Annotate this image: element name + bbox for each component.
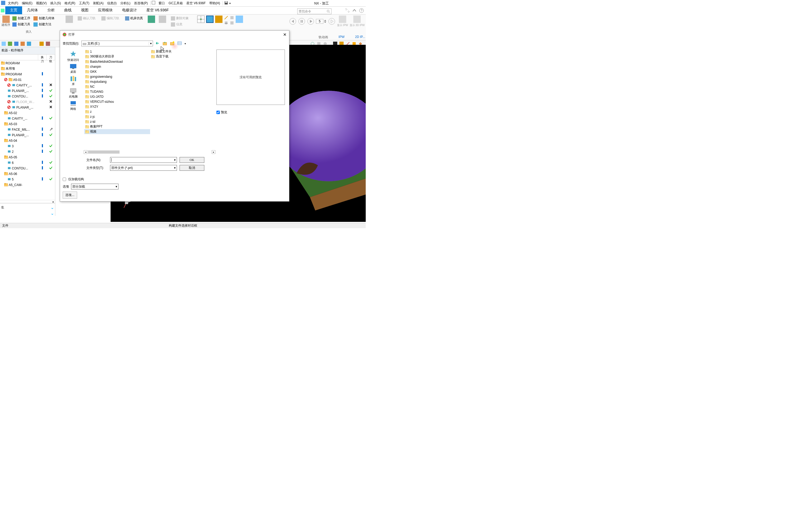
- pause-icon[interactable]: [298, 18, 305, 25]
- place-quick[interactable]: 快速访问: [67, 50, 79, 62]
- tree-row[interactable]: CAVITY_...: [0, 116, 55, 121]
- tree-row[interactable]: A5-01: [0, 77, 55, 82]
- scroll-left-icon[interactable]: ◂: [84, 150, 87, 154]
- create-tool-button[interactable]: 创建刀具: [11, 22, 31, 27]
- create-method-button[interactable]: 创建方法: [32, 22, 56, 27]
- play-icon[interactable]: [307, 18, 315, 25]
- tab-xingkong[interactable]: 星空 V6.936F: [142, 6, 174, 14]
- up-arrow-icon[interactable]: [352, 8, 357, 13]
- chevron-down-icon[interactable]: ⌄: [49, 205, 54, 210]
- tree-row[interactable]: A5-04: [0, 138, 55, 143]
- file-item[interactable]: mujutudang: [84, 79, 150, 84]
- menu-info[interactable]: 信息(I): [106, 1, 118, 6]
- tree-col-tool[interactable]: 换刀: [38, 54, 47, 60]
- tree-row[interactable]: CONTOU...: [0, 93, 55, 99]
- tree-row[interactable]: CONTOU...: [0, 165, 55, 171]
- menu-file[interactable]: 文件(F): [6, 1, 20, 6]
- menu-edit[interactable]: 编辑(E): [20, 1, 34, 6]
- file-item[interactable]: gongsiwendang: [84, 74, 150, 79]
- ok-button[interactable]: OK: [180, 157, 204, 163]
- file-item[interactable]: XYZY: [84, 104, 150, 109]
- create-op-button[interactable]: 创建工序: [11, 15, 31, 21]
- dialog-close-button[interactable]: ✕: [282, 32, 288, 37]
- file-item[interactable]: NC: [84, 84, 150, 89]
- chevron-down-icon-2[interactable]: ⌄: [49, 211, 54, 216]
- show-3d-ipw-icon[interactable]: [353, 15, 361, 23]
- tree-row[interactable]: A5-05: [0, 155, 55, 160]
- place-libs[interactable]: 库: [69, 75, 77, 86]
- file-item[interactable]: 新建文件夹: [150, 49, 216, 54]
- footer-row1[interactable]: 生: [1, 205, 4, 210]
- filetype-dropdown[interactable]: 部件文件 (*.prt) ▾: [110, 165, 177, 171]
- filetype-dropdown-icon[interactable]: ▾: [174, 166, 176, 170]
- tree-row[interactable]: 6: [0, 160, 55, 165]
- menu-insert[interactable]: 插入(S): [49, 1, 62, 6]
- spin-down-icon[interactable]: [324, 22, 327, 24]
- fullscreen-icon[interactable]: [345, 8, 350, 13]
- file-item[interactable]: 视频: [84, 129, 150, 134]
- save-icon[interactable]: [224, 1, 229, 5]
- file-list[interactable]: 1360驱动大师目录BaiduNetdiskDownloadchanpinGKK…: [84, 48, 216, 154]
- tab-elec[interactable]: 电极设计: [117, 6, 142, 14]
- stack-icon[interactable]: [224, 21, 228, 25]
- file-list-scrollbar[interactable]: ◂ ▸: [84, 150, 216, 154]
- edit-path-button[interactable]: 编辑刀轨: [100, 15, 120, 21]
- tree-row[interactable]: A5-02: [0, 110, 55, 116]
- spin-up-icon[interactable]: [324, 19, 327, 22]
- qbtn-6[interactable]: [39, 41, 44, 46]
- scroll-thumb[interactable]: [88, 151, 120, 154]
- snap-icon[interactable]: [197, 15, 204, 23]
- view-mode-icon[interactable]: [177, 41, 183, 46]
- load-mode-arrow-icon[interactable]: ▾: [115, 185, 117, 188]
- step-back-icon[interactable]: [289, 18, 296, 25]
- tree-row[interactable]: FACE_MIL...: [0, 127, 55, 132]
- file-item[interactable]: z-td: [84, 119, 150, 124]
- tree-row[interactable]: ROGRAM: [0, 60, 55, 66]
- create-program-icon[interactable]: [2, 15, 10, 23]
- create-geom-button[interactable]: 创建几何体: [32, 15, 56, 21]
- options-button[interactable]: 选项...: [63, 192, 77, 199]
- file-item[interactable]: TUDANG: [84, 89, 150, 94]
- speed-input[interactable]: [316, 19, 323, 24]
- toolpath-icon[interactable]: [65, 15, 73, 23]
- gouge-icon[interactable]: [159, 15, 166, 23]
- menu-gc[interactable]: GC工具箱: [167, 1, 184, 6]
- place-network[interactable]: 网络: [69, 100, 77, 111]
- filename-input[interactable]: ▾: [110, 157, 177, 163]
- tree-row[interactable]: PLANAR_...: [0, 104, 55, 110]
- file-item[interactable]: UG-JATD: [84, 94, 150, 99]
- ipw-2d-label[interactable]: 2D IP...: [355, 35, 365, 40]
- ipw-label[interactable]: IPW: [339, 35, 345, 40]
- file-item[interactable]: BaiduNetdiskDownload: [84, 59, 150, 64]
- menu-tools[interactable]: 工具(T): [78, 1, 91, 6]
- menu-analyze[interactable]: 分析(L): [119, 1, 132, 6]
- file-item[interactable]: 360驱动大师目录: [84, 54, 150, 59]
- tab-home[interactable]: 主页: [5, 6, 22, 14]
- tree-row[interactable]: PROGRAM: [0, 72, 55, 77]
- machine-sim-button[interactable]: 机床仿真: [124, 15, 144, 21]
- tree-col-path[interactable]: 刀轨: [47, 54, 55, 60]
- file-item[interactable]: 1: [84, 49, 150, 54]
- place-pc[interactable]: 此电脑: [69, 88, 78, 98]
- tree-row[interactable]: 3: [0, 143, 55, 149]
- tab-geom[interactable]: 几何体: [22, 6, 43, 14]
- tree-row[interactable]: 未用项: [0, 66, 55, 72]
- fill-icon[interactable]: [206, 15, 213, 23]
- lookin-dropdown[interactable]: 文档 (E:) ▾: [81, 41, 153, 46]
- confirm-path-button[interactable]: 确认刀轨: [77, 15, 97, 21]
- preview-checkbox[interactable]: [217, 111, 220, 114]
- filename-dropdown-icon[interactable]: ▾: [174, 158, 176, 162]
- play-slow-icon[interactable]: [328, 18, 335, 25]
- layers-icon[interactable]: [230, 15, 234, 20]
- line-tool-icon[interactable]: [224, 15, 228, 20]
- verify-icon[interactable]: [148, 15, 155, 23]
- operation-tree[interactable]: ROGRAM未用项PROGRAMA5-01CAVITY_...PLANAR_..…: [0, 60, 55, 200]
- help-icon[interactable]: ?: [359, 8, 364, 13]
- tree-col-name[interactable]: [0, 54, 38, 60]
- qbtn-2[interactable]: [7, 41, 13, 46]
- scroll-right-icon[interactable]: ▸: [212, 150, 216, 154]
- menu-help[interactable]: 帮助(H): [208, 1, 222, 6]
- qbtn-4[interactable]: [20, 41, 25, 46]
- tree-row[interactable]: PLANAR_...: [0, 88, 55, 93]
- menu-assemble[interactable]: 装配(A): [91, 1, 105, 6]
